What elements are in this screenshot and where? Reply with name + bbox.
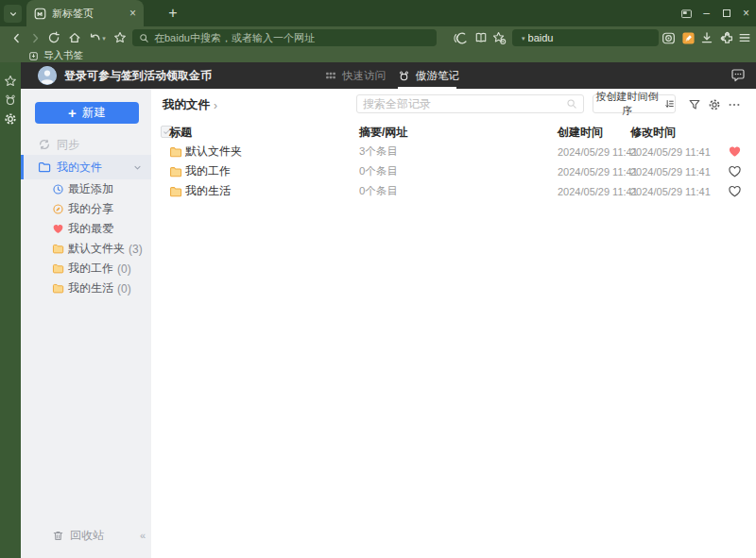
settings-gear-icon[interactable] xyxy=(707,97,721,111)
column-header-created[interactable]: 创建时间 xyxy=(558,123,603,142)
sidebar-item-shares[interactable]: 我的分享 xyxy=(21,199,151,219)
sort-order-button[interactable]: 按创建时间倒序 xyxy=(593,94,676,113)
navigation-toolbar: ▾ ▾ xyxy=(0,26,756,49)
maxnote-icon[interactable] xyxy=(679,28,697,47)
row-title: 我的工作 xyxy=(185,161,231,181)
undo-dropdown-caret-icon[interactable]: ▾ xyxy=(102,35,106,42)
folder-icon xyxy=(169,165,182,178)
browser-tab-new-page[interactable]: 新标签页 × xyxy=(26,0,144,26)
forward-button[interactable] xyxy=(26,28,44,47)
row-summary: 0个条目 xyxy=(359,161,398,181)
import-bookmarks-button[interactable]: 导入书签 xyxy=(28,49,83,62)
breadcrumb-arrow-icon: › xyxy=(214,99,217,112)
new-tab-button[interactable]: + xyxy=(163,3,183,24)
collapse-sidebar-icon[interactable]: « xyxy=(140,530,146,541)
import-bookmarks-label: 导入书签 xyxy=(43,49,83,62)
column-header-summary[interactable]: 摘要/网址 xyxy=(359,123,407,142)
reload-button[interactable] xyxy=(44,28,63,47)
sidebar-item-label: 我的工作 xyxy=(68,261,113,277)
sidebar-item-label: 默认文件夹 xyxy=(68,241,125,257)
favorite-heart-icon[interactable] xyxy=(728,142,742,161)
row-summary: 0个条目 xyxy=(359,181,398,201)
row-modified: 2024/05/29 11:41 xyxy=(630,142,711,161)
tab-close-icon[interactable]: × xyxy=(129,8,136,19)
sidebar-item-default-folder[interactable]: 默认文件夹 (3) xyxy=(21,239,151,259)
search-icon xyxy=(566,98,577,110)
favorites-star-icon[interactable] xyxy=(4,75,17,88)
screenshot-camera-icon[interactable] xyxy=(659,28,678,47)
row-title: 默认文件夹 xyxy=(185,142,242,161)
chevron-down-icon xyxy=(9,9,18,19)
sidebar-item-label: 最近添加 xyxy=(68,181,113,197)
login-banner[interactable]: 登录可参与签到活动领取金币 xyxy=(64,62,212,89)
window-controls: – × xyxy=(677,0,756,26)
favorite-heart-icon[interactable] xyxy=(728,161,742,181)
filter-funnel-icon[interactable] xyxy=(687,97,701,111)
settings-gear-icon[interactable] xyxy=(4,112,17,126)
side-strip xyxy=(0,62,21,558)
search-engine-input[interactable] xyxy=(528,32,662,43)
boss-key-icon[interactable] xyxy=(677,3,696,24)
user-icon xyxy=(38,66,57,85)
sidebar-item-label: 我的生活 xyxy=(68,280,113,296)
maxnote-body: + 新建 同步 我的文件 xyxy=(21,89,756,558)
address-input[interactable] xyxy=(154,32,430,43)
sort-order-label: 按创建时间倒序 xyxy=(593,90,661,118)
favorite-star-button[interactable] xyxy=(111,28,129,47)
favorite-heart-icon[interactable] xyxy=(728,181,742,201)
sidebar-item-sync[interactable]: 同步 xyxy=(21,135,151,154)
recycle-bin-label: 回收站 xyxy=(70,528,104,544)
extensions-puzzle-icon[interactable] xyxy=(717,28,736,47)
folder-icon xyxy=(169,185,182,198)
back-button[interactable] xyxy=(7,28,26,47)
row-modified: 2024/05/29 11:41 xyxy=(630,161,711,181)
sidebar-item-recent[interactable]: 最近添加 xyxy=(21,179,151,199)
my-files-label: 我的文件 xyxy=(57,160,102,176)
maxthon-browser-window: 新标签页 × + – × ▾ xyxy=(0,0,756,558)
maxnote-bee-icon[interactable] xyxy=(4,93,17,107)
feedback-bubble-icon[interactable] xyxy=(730,68,746,83)
tab-quick-access[interactable]: 快速访问 xyxy=(325,62,386,89)
sidebar-item-favorites[interactable]: 我的最爱 xyxy=(21,219,151,239)
row-title: 我的生活 xyxy=(185,181,231,201)
new-note-button[interactable]: + 新建 xyxy=(35,102,139,124)
read-aloud-icon[interactable] xyxy=(451,28,470,47)
sidebar-item-life-folder[interactable]: 我的生活 (0) xyxy=(21,279,151,298)
sync-icon xyxy=(38,138,51,151)
home-button[interactable] xyxy=(65,28,84,47)
tab-maxthon-notes-label: 傲游笔记 xyxy=(416,69,459,83)
more-options-icon[interactable] xyxy=(727,97,741,111)
minimize-button[interactable]: – xyxy=(696,3,716,24)
sidebar-item-my-files[interactable]: 我的文件 xyxy=(21,155,151,179)
breadcrumb[interactable]: 我的文件 › xyxy=(163,97,217,113)
engine-dropdown-caret-icon[interactable]: ▾ xyxy=(522,35,525,42)
main-menu-icon[interactable] xyxy=(735,28,754,47)
chevron-down-icon[interactable] xyxy=(133,163,142,172)
tab-maxthon-notes[interactable]: 傲游笔记 xyxy=(398,62,459,89)
sidebar-item-work-folder[interactable]: 我的工作 (0) xyxy=(21,259,151,279)
column-header-title[interactable]: 标题 xyxy=(169,123,192,142)
table-row[interactable]: 默认文件夹 3个条目 2024/05/29 11:41 2024/05/29 1… xyxy=(151,142,756,161)
downloads-icon[interactable] xyxy=(697,28,716,47)
page-content: 登录可参与签到活动领取金币 快速访问 傲游笔记 xyxy=(0,62,756,558)
maximize-button[interactable] xyxy=(716,3,736,24)
folder-icon xyxy=(52,243,64,255)
reading-mode-icon[interactable] xyxy=(472,28,490,47)
table-header-row: 标题 摘要/网址 创建时间 修改时间 xyxy=(151,123,756,142)
sidebar-item-label: 我的最爱 xyxy=(68,221,113,237)
table-row[interactable]: 我的工作 0个条目 2024/05/29 11:41 2024/05/29 11… xyxy=(151,161,756,181)
sort-descending-icon xyxy=(664,98,675,110)
close-button[interactable]: × xyxy=(736,3,756,24)
row-created: 2024/05/29 11:41 xyxy=(558,142,638,161)
collect-star-gear-icon[interactable] xyxy=(490,28,508,47)
tab-list-chevron-button[interactable] xyxy=(4,5,22,23)
table-row[interactable]: 我的生活 0个条目 2024/05/29 11:41 2024/05/29 11… xyxy=(151,181,756,201)
search-engine-box[interactable]: ▾ xyxy=(512,29,659,46)
notes-search-input[interactable] xyxy=(363,97,566,110)
avatar[interactable] xyxy=(38,66,57,85)
column-header-modified[interactable]: 修改时间 xyxy=(630,123,676,142)
address-bar[interactable] xyxy=(132,29,437,46)
notes-search-box[interactable] xyxy=(356,94,584,113)
undo-button[interactable]: ▾ xyxy=(85,28,110,47)
sidebar-item-recycle-bin[interactable]: 回收站 xyxy=(21,525,151,546)
